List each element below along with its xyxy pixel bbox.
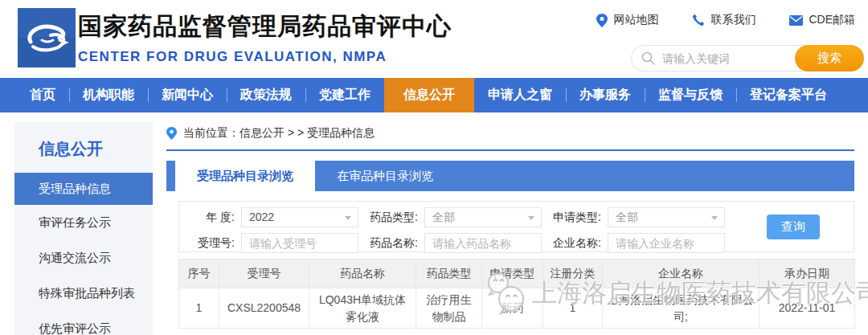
- quick-links: 网站地图 联系我们 CDE邮箱: [596, 13, 855, 27]
- col-company: 企业名称: [603, 259, 760, 288]
- site-subtitle: CENTER FOR DRUG EVALUATION, NMPA: [78, 49, 452, 65]
- phone-icon: [692, 14, 705, 27]
- nav-item-policies[interactable]: 政策法规: [227, 78, 305, 112]
- site-search: 搜索: [631, 45, 864, 71]
- apply-type-value: 全部: [616, 210, 638, 223]
- breadcrumb: 当前位置：信息公开 > > 受理品种信息: [166, 126, 854, 151]
- chevron-down-icon: [528, 216, 534, 220]
- contact-label: 联系我们: [710, 13, 755, 27]
- nav-item-supervision[interactable]: 监督与反馈: [645, 78, 736, 112]
- location-pin-icon: [596, 14, 608, 27]
- content-area: 信息公开 受理品种信息 审评任务公示 沟通交流公示 特殊审批品种列表 优先审评公…: [0, 112, 868, 335]
- main-panel: 当前位置：信息公开 > > 受理品种信息 受理品种目录浏览 在审品种目录浏览 年…: [166, 112, 854, 335]
- nav-item-functions[interactable]: 机构职能: [69, 78, 148, 112]
- acceptance-no-input[interactable]: [241, 233, 358, 253]
- contact-link[interactable]: 联系我们: [692, 13, 755, 27]
- col-seq: 序号: [179, 259, 219, 288]
- results-table: 序号 受理号 药品名称 药品类型 申请类型 注册分类 企业名称 承办日期 1 C…: [178, 259, 855, 329]
- nav-item-applicant-window[interactable]: 申请人之窗: [474, 78, 566, 112]
- sidebar-item-communication[interactable]: 沟通交流公示: [14, 240, 153, 276]
- tab-under-review-catalog[interactable]: 在审品种目录浏览: [315, 161, 455, 191]
- apply-type-select[interactable]: 全部: [608, 207, 725, 227]
- cell-apply-type: 新药: [482, 288, 543, 329]
- filter-grid: 年 度: 2022 药品类型: 全部 申请类型: 全部: [179, 207, 854, 253]
- year-label: 年 度:: [179, 210, 241, 225]
- table-row[interactable]: 1 CXSL2200548 LQ043H单域抗体雾化液 治疗用生物制品 新药 1…: [179, 288, 855, 329]
- year-value: 2022: [249, 210, 274, 223]
- col-acceptance-no: 受理号: [219, 259, 309, 288]
- col-drug-type: 药品类型: [416, 259, 482, 288]
- nav-item-news[interactable]: 新闻中心: [148, 78, 227, 112]
- company-name-label: 企业名称:: [542, 236, 608, 251]
- mailbox-link[interactable]: CDE邮箱: [789, 13, 855, 27]
- cell-seq: 1: [179, 288, 219, 329]
- envelope-icon: [789, 15, 803, 26]
- breadcrumb-text: 当前位置：信息公开 > > 受理品种信息: [183, 126, 375, 141]
- nav-item-home[interactable]: 首页: [16, 78, 69, 112]
- nav-item-info-disclosure[interactable]: 信息公开: [384, 78, 474, 112]
- search-icon: [641, 51, 655, 65]
- sidebar-item-special-approval[interactable]: 特殊审批品种列表: [14, 276, 153, 311]
- drug-name-label: 药品名称:: [358, 236, 424, 251]
- col-date: 承办日期: [760, 259, 855, 288]
- site-title: 国家药品监督管理局药品审评中心: [78, 10, 452, 43]
- main-nav: 首页 机构职能 新闻中心 政策法规 党建工作 信息公开 申请人之窗 办事服务 监…: [0, 78, 868, 112]
- cell-drug-name: LQ043H单域抗体雾化液: [309, 288, 416, 329]
- apply-type-label: 申请类型:: [542, 210, 608, 225]
- cell-reg-class: 1: [543, 288, 603, 329]
- cde-logo-icon: [18, 8, 76, 67]
- company-name-input[interactable]: [608, 233, 725, 253]
- cell-date: 2022-11-01: [760, 288, 855, 329]
- sidebar-item-priority-review[interactable]: 优先审评公示: [14, 311, 153, 335]
- acceptance-no-label: 受理号:: [179, 236, 241, 251]
- catalog-tabs: 受理品种目录浏览 在审品种目录浏览: [166, 161, 854, 191]
- query-button[interactable]: 查询: [767, 214, 820, 239]
- cell-company: 上海洛启生物医药技术有限公司;: [603, 288, 760, 329]
- table-header-row: 序号 受理号 药品名称 药品类型 申请类型 注册分类 企业名称 承办日期: [179, 259, 855, 288]
- nav-item-registration-platform[interactable]: 登记备案平台: [736, 78, 841, 112]
- col-apply-type: 申请类型: [482, 259, 543, 288]
- chevron-down-icon: [711, 216, 718, 220]
- sidebar: 信息公开 受理品种信息 审评任务公示 沟通交流公示 特殊审批品种列表 优先审评公…: [14, 122, 153, 335]
- cell-acceptance-no: CXSL2200548: [219, 288, 309, 329]
- sidebar-item-accepted-varieties[interactable]: 受理品种信息: [14, 173, 153, 205]
- site-header: 国家药品监督管理局药品审评中心 CENTER FOR DRUG EVALUATI…: [0, 0, 868, 78]
- cell-drug-type: 治疗用生物制品: [416, 288, 482, 329]
- mailbox-label: CDE邮箱: [809, 13, 855, 27]
- nav-item-party[interactable]: 党建工作: [305, 78, 384, 112]
- col-drug-name: 药品名称: [309, 259, 416, 288]
- brand-block: 国家药品监督管理局药品审评中心 CENTER FOR DRUG EVALUATI…: [78, 10, 452, 65]
- tab-accepted-catalog[interactable]: 受理品种目录浏览: [175, 161, 315, 191]
- sitemap-label: 网站地图: [613, 13, 658, 27]
- cde-page: 国家药品监督管理局药品审评中心 CENTER FOR DRUG EVALUATI…: [0, 0, 868, 335]
- sidebar-item-review-tasks[interactable]: 审评任务公示: [14, 205, 153, 240]
- sitemap-link[interactable]: 网站地图: [596, 13, 658, 27]
- drug-type-label: 药品类型:: [358, 210, 424, 225]
- filter-panel: 年 度: 2022 药品类型: 全部 申请类型: 全部: [178, 201, 854, 252]
- col-reg-class: 注册分类: [543, 259, 603, 288]
- cde-logo: [18, 8, 76, 67]
- drug-name-input[interactable]: [424, 233, 542, 253]
- search-button[interactable]: 搜索: [795, 45, 864, 71]
- year-select[interactable]: 2022: [241, 207, 358, 227]
- nav-item-services[interactable]: 办事服务: [566, 78, 645, 112]
- chevron-down-icon: [345, 216, 351, 220]
- sidebar-title: 信息公开: [14, 122, 153, 173]
- drug-type-select[interactable]: 全部: [424, 207, 542, 227]
- breadcrumb-pin-icon: [166, 127, 177, 140]
- drug-type-value: 全部: [432, 210, 455, 223]
